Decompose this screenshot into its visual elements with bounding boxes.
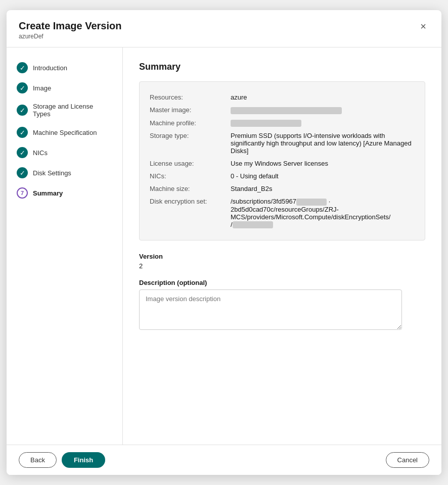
value-nics: 0 - Using default: [231, 172, 415, 180]
sidebar-item-storage-license[interactable]: ✓ Storage and License Types: [7, 98, 122, 122]
step-icon-introduction: ✓: [17, 62, 28, 73]
sidebar-label-image: Image: [33, 84, 51, 92]
version-label: Version: [139, 253, 425, 260]
value-machine-size: Standard_B2s: [231, 185, 415, 192]
create-image-version-dialog: Create Image Version azureDef × ✓ Introd…: [7, 10, 441, 475]
summary-row-machine-size: Machine size: Standard_B2s: [150, 182, 415, 195]
sidebar-item-disk-settings[interactable]: ✓ Disk Settings: [7, 163, 122, 183]
blurred-master-image: [231, 107, 342, 114]
label-storage-type: Storage type:: [150, 132, 231, 139]
back-button[interactable]: Back: [19, 452, 57, 468]
step-number-summary: 7: [21, 190, 24, 196]
summary-row-storage-type: Storage type: Premium SSD (supports I/O-…: [150, 129, 415, 157]
dialog-header: Create Image Version azureDef ×: [7, 10, 441, 47]
sidebar-item-machine-spec[interactable]: ✓ Machine Specification: [7, 122, 122, 142]
check-icon-machine: ✓: [20, 129, 25, 136]
sidebar-label-disk-settings: Disk Settings: [33, 169, 71, 177]
label-machine-profile: Machine profile:: [150, 119, 231, 127]
description-label: Description (optional): [139, 279, 425, 286]
blurred-sub-id: [296, 199, 327, 206]
sidebar-item-summary[interactable]: 7 Summary: [7, 183, 122, 203]
value-disk-encryption: /subscriptions/3fd5967 · 2bd5d0cad70c/re…: [231, 198, 415, 228]
check-icon-disk: ✓: [20, 170, 25, 176]
summary-row-license-usage: License usage: Use my Windows Server lic…: [150, 157, 415, 170]
description-section: Description (optional): [139, 279, 425, 331]
check-icon-storage: ✓: [20, 107, 25, 114]
step-icon-storage: ✓: [17, 105, 28, 116]
blurred-machine-profile: [231, 120, 301, 127]
sidebar-item-image[interactable]: ✓ Image: [7, 78, 122, 98]
label-master-image: Master image:: [150, 106, 231, 114]
summary-row-disk-encryption: Disk encryption set: /subscriptions/3fd5…: [150, 195, 415, 231]
value-master-image: [231, 106, 415, 114]
summary-box: Resources: azure Master image: Machine p…: [139, 81, 425, 240]
check-icon: ✓: [20, 65, 25, 71]
label-resources: Resources:: [150, 93, 231, 101]
description-textarea[interactable]: [139, 289, 402, 330]
check-icon-nics: ✓: [20, 150, 25, 156]
cancel-button[interactable]: Cancel: [386, 452, 429, 468]
blurred-encryption-name: [233, 221, 273, 228]
sidebar: ✓ Introduction ✓ Image ✓ Storage and Lic…: [7, 47, 123, 445]
close-button[interactable]: ×: [417, 20, 429, 32]
label-disk-encryption: Disk encryption set:: [150, 198, 231, 205]
sidebar-item-introduction[interactable]: ✓ Introduction: [7, 58, 122, 78]
summary-row-master-image: Master image:: [150, 104, 415, 117]
label-license-usage: License usage:: [150, 160, 231, 167]
label-machine-size: Machine size:: [150, 185, 231, 192]
dialog-subtitle: azureDef: [19, 33, 121, 40]
value-storage-type: Premium SSD (supports I/O-intensive work…: [231, 132, 415, 155]
summary-row-machine-profile: Machine profile:: [150, 117, 415, 130]
version-section: Version 2: [139, 253, 425, 270]
section-title: Summary: [139, 62, 425, 72]
summary-row-resources: Resources: azure: [150, 91, 415, 104]
step-icon-summary: 7: [17, 187, 28, 199]
step-icon-disk: ✓: [17, 167, 28, 178]
sidebar-label-summary: Summary: [33, 189, 63, 197]
step-icon-image: ✓: [17, 82, 28, 93]
dialog-body: ✓ Introduction ✓ Image ✓ Storage and Lic…: [7, 47, 441, 445]
finish-button[interactable]: Finish: [62, 452, 105, 468]
dialog-title: Create Image Version: [19, 20, 121, 32]
sidebar-label-nics: NICs: [33, 149, 48, 157]
version-value: 2: [139, 262, 425, 270]
value-resources: azure: [231, 93, 415, 101]
sidebar-label-introduction: Introduction: [33, 64, 67, 72]
header-text: Create Image Version azureDef: [19, 20, 121, 40]
label-nics: NICs:: [150, 172, 231, 180]
footer-left-actions: Back Finish: [19, 452, 105, 468]
value-machine-profile: [231, 119, 415, 127]
sidebar-item-nics[interactable]: ✓ NICs: [7, 142, 122, 163]
step-icon-machine: ✓: [17, 127, 28, 138]
step-icon-nics: ✓: [17, 147, 28, 158]
sidebar-label-storage-license: Storage and License Types: [33, 103, 112, 118]
sidebar-label-machine-spec: Machine Specification: [33, 129, 97, 136]
dialog-footer: Back Finish Cancel: [7, 445, 441, 475]
value-license-usage: Use my Windows Server licenses: [231, 160, 415, 167]
summary-row-nics: NICs: 0 - Using default: [150, 170, 415, 182]
check-icon-image: ✓: [20, 85, 25, 91]
main-content: Summary Resources: azure Master image: M…: [123, 47, 441, 445]
